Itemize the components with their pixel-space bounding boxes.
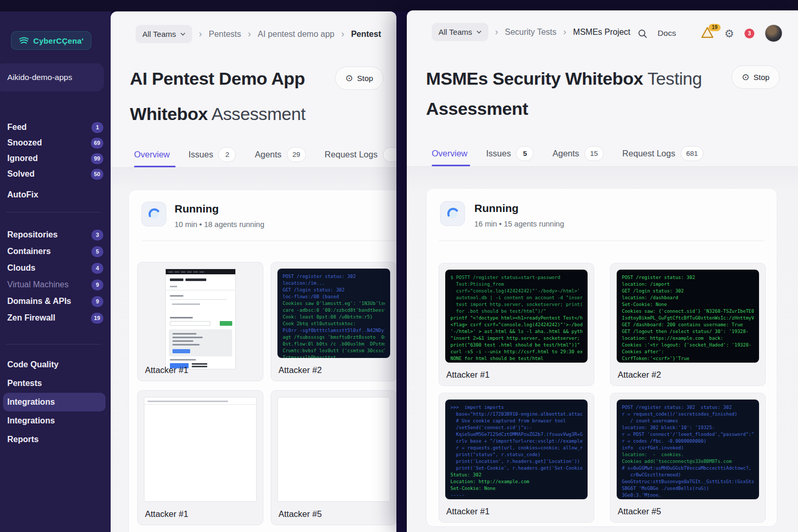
sidebar-item-code-quality[interactable]: Code Quality: [3, 355, 105, 374]
tab-agents[interactable]: Agents15: [552, 146, 603, 161]
terminal-line: Ictmsssslb0bgscttst.: [283, 354, 385, 358]
sidebar-divider: [6, 212, 101, 212]
terminal-line: $ POSTT /register status=start-password: [450, 274, 582, 281]
breadcrumb-pentests[interactable]: Pentests: [209, 30, 241, 39]
sidebar-item-label: Integrations: [7, 416, 55, 425]
terminal-line: curl -sS -i --unix http://csrf.html to 2…: [450, 349, 582, 355]
sidebar-item-ignored[interactable]: Ignored99: [3, 151, 105, 166]
mini-blank-page: [144, 397, 257, 502]
org-selector[interactable]: Aikido-demo-apps: [0, 63, 104, 91]
chevron-down-icon: [180, 32, 185, 36]
docs-link[interactable]: Docs: [658, 29, 676, 38]
agent-card[interactable]: >>> import imports base="http://17203B91…: [438, 393, 594, 523]
sidebar-item-zen-firewall[interactable]: Zen Firewall19: [3, 310, 105, 326]
agent-card[interactable]: Attacker #1: [137, 390, 263, 525]
terminal-line: print("status", r.status_code): [450, 451, 582, 458]
terminal-line: -----: [450, 492, 582, 499]
terminal-line: SBG6T 'MsGBGe ./usedBells(ruG)): [622, 485, 754, 492]
stop-button[interactable]: ⊙ Stop: [732, 65, 780, 89]
chevron-down-icon: [476, 30, 482, 34]
search-icon[interactable]: [637, 29, 647, 38]
sidebar-item-label: Integrations: [7, 397, 55, 407]
sidebar-item-label: Virtual Machines: [7, 280, 69, 289]
sidebar-item-reports[interactable]: Reports: [3, 430, 105, 449]
terminal-line: NONE for html should be test/html: [450, 355, 582, 362]
app-logo[interactable]: CyberCÇena': [11, 31, 91, 50]
agent-card[interactable]: $ POSTT /register status=start-password …: [438, 263, 594, 386]
issues-count: 2: [218, 147, 236, 162]
terminal-line: Cookies add('tsecconnect@s33eBBMBTs.com: [622, 458, 754, 465]
stop-button[interactable]: ⊙ Stop: [335, 66, 383, 90]
terminal-line: Test:Ptising_from: [450, 281, 582, 288]
agent-terminal: >>> import imports base="http://17203B91…: [445, 400, 588, 499]
sidebar-item-integrations[interactable]: Integrations: [3, 393, 105, 411]
agent-card[interactable]: POST /register status: 302 status: 302r …: [610, 393, 766, 523]
breadcrumb-separator: ›: [248, 29, 251, 38]
sidebar-item-repositories[interactable]: Repositories3: [3, 227, 105, 243]
page-title-line2: Assessment: [426, 99, 528, 119]
agent-card[interactable]: Attacker #5: [271, 390, 396, 525]
agent-label: Attacker #5: [618, 507, 661, 516]
terminal-line: for .bot should be test/html")/": [450, 308, 582, 315]
terminal-line: r = request_code()/'secretcodes_finished…: [622, 411, 754, 418]
breadcrumb-security-tests[interactable]: Security Tests: [505, 28, 556, 37]
agent-card[interactable]: POST /register status: 302location:/im..…: [271, 262, 396, 381]
terminal-line: Location: http://example.com: [450, 478, 582, 485]
breadcrumb-separator: ›: [495, 27, 498, 36]
terminal-line: POST /register status: 302: [283, 273, 385, 280]
terminal-line: Set-Cookie: None: [622, 301, 754, 308]
window-pentest-demo: All Teams › Pentests › AI pentest demo a…: [111, 11, 396, 532]
terminal-line: IsdtoyBikmPL_GuFgtCftcBfTuG0sttenWsIc:/z…: [622, 315, 754, 322]
sidebar-group-autofix: AutoFix: [3, 187, 105, 203]
breadcrumb-app[interactable]: AI pentest demo app: [258, 30, 335, 39]
tab-bar: Overview Issues5 Agents15 Request Logs68…: [432, 144, 703, 162]
tab-overview[interactable]: Overview: [432, 149, 468, 158]
sidebar-item-label: Domains & APIs: [7, 297, 71, 306]
agent-card[interactable]: Attacker #1: [137, 262, 263, 381]
terminal-line: GeoGtotruc:sttBusonvge0aTGIt._GsttLtsGt:…: [622, 478, 754, 485]
terminal-line: / count usernames: [622, 418, 754, 424]
tab-issues[interactable]: Issues2: [189, 147, 236, 162]
sidebar-badge: 4: [91, 263, 103, 274]
avatar[interactable]: [765, 24, 782, 42]
tab-request-logs[interactable]: Request Logs: [325, 147, 396, 162]
sidebar-item-containers[interactable]: Containers5: [3, 243, 105, 260]
alert-count-badge[interactable]: 3: [744, 29, 754, 38]
team-selector[interactable]: All Teams: [432, 23, 488, 41]
logo-wave-icon: [19, 36, 29, 45]
tab-request-logs[interactable]: Request Logs681: [622, 146, 703, 161]
warning-notifications[interactable]: 19: [701, 26, 714, 41]
breadcrumb-current: MSMEs Project: [573, 28, 630, 37]
sidebar-item-pentests[interactable]: Pentests: [3, 374, 105, 393]
terminal-line: base="http://17203B910-engine.albeottat.…: [450, 411, 582, 418]
terminal-line: test import http.server, socketserver; p…: [450, 301, 582, 308]
terminal-line: Cook: least 0pst:08 /u0btstm:r5} - 40w: [283, 314, 385, 321]
terminal-line: GET /dashboard: 200 contains username: T…: [622, 322, 754, 328]
terminal-line: GET /login status: 302: [622, 288, 754, 295]
sidebar-item-virtual-machines[interactable]: Virtual Machines9: [3, 276, 105, 293]
window-msmes-project: All Teams › Security Tests › MSMEs Proje…: [407, 10, 798, 532]
terminal-line: Cookies saw: {'connect.sid'} 'N3268-TSZu…: [622, 308, 754, 315]
sidebar-item-label: Reports: [7, 435, 38, 444]
agent-card[interactable]: POST /register status: 302location: /imp…: [610, 263, 766, 386]
terminal-line: Set-Cookie: None: [450, 485, 582, 492]
sidebar-item-label: Zen Firewall: [7, 313, 55, 323]
sidebar-badge: 5: [91, 246, 103, 257]
mini-blank-page: [277, 397, 390, 502]
tab-overview[interactable]: Overview: [134, 150, 170, 159]
terminal-line: >>> import imports: [450, 404, 582, 411]
sidebar-item-snoozed[interactable]: Snoozed69: [3, 135, 105, 151]
tab-issues[interactable]: Issues5: [486, 146, 534, 161]
terminal-line: r = POST 'connect'/'loeet_flooded',"pass…: [622, 431, 754, 438]
sidebar-item-domains-apis[interactable]: Domains & APIs9: [3, 293, 105, 310]
agents-count: 15: [584, 146, 604, 161]
tab-agents[interactable]: Agents29: [255, 147, 305, 162]
terminal-line: location: /dashboard: [622, 295, 754, 301]
gear-icon[interactable]: ⚙: [724, 28, 734, 39]
sidebar-item-integrations[interactable]: Integrations: [3, 411, 105, 430]
team-selector[interactable]: All Teams: [136, 25, 192, 43]
sidebar-item-autofix[interactable]: AutoFix: [3, 187, 105, 203]
sidebar-item-solved[interactable]: Solved50: [3, 166, 105, 182]
sidebar-item-feed[interactable]: Feed1: [3, 119, 105, 135]
sidebar-item-clouds[interactable]: Clouds4: [3, 260, 105, 276]
